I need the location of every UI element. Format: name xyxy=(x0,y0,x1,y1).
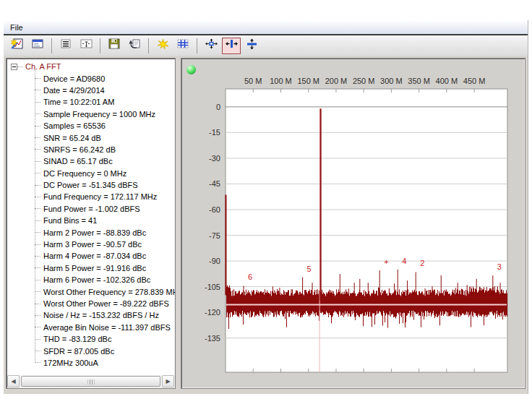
tree-item[interactable]: Device = AD9680 xyxy=(35,72,173,84)
tree-item[interactable]: Fund Power = -1.002 dBFS xyxy=(35,203,173,215)
tree-item-label: Harm 3 Power = -90.57 dBc xyxy=(43,240,142,249)
tree-connector xyxy=(35,304,40,304)
fit-horizontal-button[interactable] xyxy=(222,38,241,54)
grid-button[interactable] xyxy=(173,38,192,54)
tree-item[interactable]: SFDR = 87.005 dBc xyxy=(35,345,173,356)
collapse-icon[interactable] xyxy=(11,64,17,70)
fit-vertical-button[interactable] xyxy=(242,38,261,54)
tree-connector xyxy=(35,90,40,90)
harmonic-marker-label: + xyxy=(384,257,388,266)
x-tick-label: 350 M xyxy=(408,77,430,85)
tree-item[interactable]: Harm 3 Power = -90.57 dBc xyxy=(35,239,173,250)
x-tick-label: 450 M xyxy=(463,77,486,85)
tree-item[interactable]: Noise / Hz = -153.232 dBFS / Hz xyxy=(35,309,173,321)
x-tick-label: 250 M xyxy=(353,77,375,85)
tree-item[interactable]: Harm 4 Power = -87.034 dBc xyxy=(35,250,173,262)
lines-display-button[interactable] xyxy=(56,38,75,54)
y-tick-label: -105 xyxy=(205,283,220,291)
y-tick-label: -45 xyxy=(209,179,220,188)
toolbar-separator xyxy=(100,38,100,53)
scroll-right-arrow-icon[interactable]: ▶ xyxy=(162,375,174,387)
tree-item[interactable]: THD = -83.129 dBc xyxy=(35,333,173,345)
tree-item-label: Fund Bins = 41 xyxy=(43,216,97,225)
app-window: File Ch. A FFT Device = AD9680Date = 4/2… xyxy=(4,20,528,394)
tree-item[interactable]: Samples = 65536 xyxy=(35,120,173,132)
form-display-icon xyxy=(31,38,45,53)
menu-file[interactable]: File xyxy=(4,20,30,34)
tree-connector xyxy=(35,149,40,150)
x-tick-label: 100 M xyxy=(270,77,292,85)
tree-item-label: DC Power = -51.345 dBFS xyxy=(43,181,138,189)
tree-connector xyxy=(35,185,40,186)
tree-item-label: Sample Frequency = 1000 MHz xyxy=(43,110,155,119)
tree-connector xyxy=(35,113,40,114)
toolbar-separator xyxy=(197,38,197,53)
scrollbar-thumb[interactable] xyxy=(21,376,160,387)
highlight-icon xyxy=(156,38,170,53)
tree-item[interactable]: SNRFS = 66.242 dB xyxy=(35,144,173,155)
tree-item-label: Device = AD9680 xyxy=(43,74,105,83)
tree-item-label: Harm 2 Power = -88.839 dBc xyxy=(43,228,146,237)
highlight-button[interactable] xyxy=(153,38,172,54)
tree-item[interactable]: Harm 2 Power = -88.839 dBc xyxy=(35,226,173,238)
tree-item[interactable]: 172MHz 300uA xyxy=(35,357,173,369)
tree-connector xyxy=(35,256,40,257)
tree-item[interactable]: Average Bin Noise = -111.397 dBFS xyxy=(35,322,173,333)
tree-item[interactable]: Fund Frequency = 172.117 MHz xyxy=(35,191,173,202)
tree-item-label: SFDR = 87.005 dBc xyxy=(43,347,114,356)
axis-labels-icon xyxy=(80,38,93,53)
fit-all-button[interactable] xyxy=(202,38,220,54)
tree-connector xyxy=(17,66,23,67)
grid-icon xyxy=(176,38,190,53)
tree-item-label: THD = -83.129 dBc xyxy=(43,335,111,343)
save-icon xyxy=(108,38,121,53)
tree-connector xyxy=(35,291,40,292)
tree-item-label: Harm 4 Power = -87.034 dBc xyxy=(43,252,146,260)
save-button[interactable] xyxy=(105,38,124,54)
axis-labels-button[interactable] xyxy=(77,38,95,54)
tree-item[interactable]: Sample Frequency = 1000 MHz xyxy=(35,108,173,120)
tree-item[interactable]: Harm 6 Power = -102.326 dBc xyxy=(35,274,173,286)
tree-item-label: DC Frequency = 0 MHz xyxy=(43,169,126,178)
tree-item-label: SINAD = 65.17 dBc xyxy=(43,157,113,166)
tree-item-label: Harm 5 Power = -91.916 dBc xyxy=(43,264,146,273)
tree-item[interactable]: Fund Bins = 41 xyxy=(35,215,173,226)
paste-settings-button[interactable] xyxy=(125,38,144,54)
harmonic-marker-label: 6 xyxy=(248,273,252,281)
tree-item-label: Samples = 65536 xyxy=(43,121,106,130)
new-analysis-button[interactable] xyxy=(8,38,27,54)
y-tick-label: -60 xyxy=(209,205,220,214)
tree-connector xyxy=(35,267,40,268)
tree-item[interactable]: Time = 10:22:01 AM xyxy=(35,96,173,108)
form-display-button[interactable] xyxy=(28,38,47,54)
tree-item[interactable]: Worst Other Power = -89.222 dBFS xyxy=(35,298,173,309)
fit-all-icon xyxy=(205,38,218,53)
fit-vertical-icon xyxy=(245,38,259,53)
tree-connector xyxy=(35,220,40,221)
y-tick-label: -135 xyxy=(205,334,220,343)
scrollbar-grip-icon xyxy=(87,379,94,385)
tree-connector xyxy=(35,137,40,138)
menu-bar: File xyxy=(4,20,528,34)
tree-item-label: Time = 10:22:01 AM xyxy=(43,98,114,106)
tree-item[interactable]: Worst Other Frequency = 278.839 MHz xyxy=(35,286,173,297)
tree-item[interactable]: DC Frequency = 0 MHz xyxy=(35,168,173,179)
tree-item-label: 172MHz 300uA xyxy=(43,359,98,367)
measurement-tree: Ch. A FFT Device = AD9680Date = 4/29/201… xyxy=(9,61,173,369)
x-tick-label: 300 M xyxy=(380,77,403,85)
x-tick-label: 50 M xyxy=(244,77,262,85)
tree-connector xyxy=(35,102,40,103)
fit-horizontal-icon xyxy=(225,38,239,53)
tree-item[interactable]: Date = 4/29/2014 xyxy=(35,85,173,96)
tree-item[interactable]: SINAD = 65.17 dBc xyxy=(35,155,173,167)
tree-item[interactable]: SNR = 65.24 dB xyxy=(35,132,173,143)
scroll-left-arrow-icon[interactable]: ◀ xyxy=(7,375,20,387)
y-tick-label: -75 xyxy=(209,231,220,240)
tree-item-label: SNR = 65.24 dB xyxy=(43,134,101,142)
tree-item[interactable]: DC Power = -51.345 dBFS xyxy=(35,179,173,191)
tree-connector xyxy=(35,244,40,245)
fft-plot-svg[interactable]: 0-15-30-45-60-75-90-105-120-13550 M100 M… xyxy=(197,74,516,379)
toolbar-separator xyxy=(51,38,52,53)
tree-item[interactable]: Harm 5 Power = -91.916 dBc xyxy=(35,262,173,274)
horizontal-scrollbar[interactable]: ◀ ▶ xyxy=(7,375,174,387)
